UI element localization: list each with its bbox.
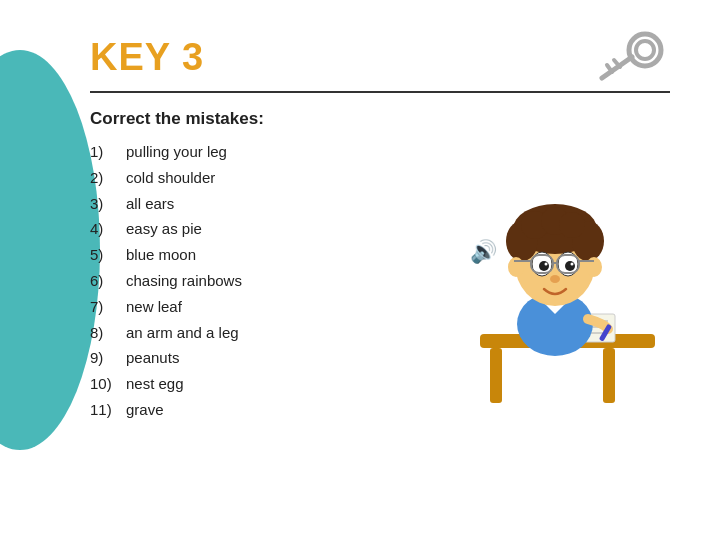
item-text: an arm and a leg (126, 320, 239, 346)
item-text: new leaf (126, 294, 182, 320)
item-number: 4) (90, 216, 118, 242)
svg-point-25 (539, 261, 549, 271)
section-title: Correct the mistakes: (90, 109, 670, 129)
list-item: 4)easy as pie (90, 216, 440, 242)
list-item: 9)peanuts (90, 345, 440, 371)
svg-point-28 (571, 263, 574, 266)
item-text: nest egg (126, 371, 184, 397)
svg-rect-6 (490, 348, 502, 403)
list-item: 6)chasing rainbows (90, 268, 440, 294)
item-number: 7) (90, 294, 118, 320)
header-row: KEY 3 (90, 30, 670, 85)
list-item: 1)pulling your leg (90, 139, 440, 165)
item-text: cold shoulder (126, 165, 215, 191)
item-number: 11) (90, 397, 118, 423)
list-area: 1)pulling your leg2)cold shoulder3)all e… (90, 139, 670, 423)
svg-rect-7 (603, 348, 615, 403)
list-item: 7)new leaf (90, 294, 440, 320)
item-number: 10) (90, 371, 118, 397)
sound-icon: 🔊 (470, 239, 497, 265)
svg-point-1 (636, 41, 654, 59)
main-content: KEY 3 Correct the mistakes: 1)pulling yo… (0, 0, 720, 443)
key-icon (590, 30, 670, 85)
item-text: peanuts (126, 345, 179, 371)
item-number: 5) (90, 242, 118, 268)
item-number: 6) (90, 268, 118, 294)
item-text: blue moon (126, 242, 196, 268)
svg-point-27 (545, 263, 548, 266)
svg-point-20 (559, 212, 585, 238)
svg-point-26 (565, 261, 575, 271)
item-number: 8) (90, 320, 118, 346)
item-text: pulling your leg (126, 139, 227, 165)
list-item: 8)an arm and a leg (90, 320, 440, 346)
list-item: 2)cold shoulder (90, 165, 440, 191)
page-title: KEY 3 (90, 36, 204, 79)
illustration: 🔊 (450, 129, 670, 423)
list-item: 10)nest egg (90, 371, 440, 397)
cartoon-character (450, 129, 660, 409)
item-text: chasing rainbows (126, 268, 242, 294)
item-text: grave (126, 397, 164, 423)
header-divider (90, 91, 670, 93)
mistakes-list: 1)pulling your leg2)cold shoulder3)all e… (90, 139, 440, 423)
list-item: 11)grave (90, 397, 440, 423)
item-text: easy as pie (126, 216, 202, 242)
item-number: 3) (90, 191, 118, 217)
svg-point-34 (550, 275, 560, 283)
list-item: 5)blue moon (90, 242, 440, 268)
item-number: 1) (90, 139, 118, 165)
item-number: 2) (90, 165, 118, 191)
item-number: 9) (90, 345, 118, 371)
item-text: all ears (126, 191, 174, 217)
svg-point-0 (629, 34, 661, 66)
list-item: 3)all ears (90, 191, 440, 217)
